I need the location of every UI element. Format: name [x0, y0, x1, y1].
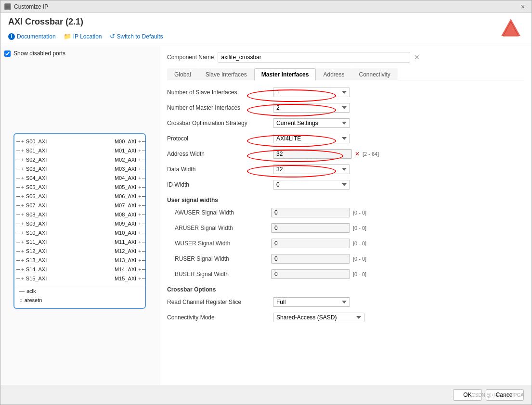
connectivity-mode-row: Connectivity Mode Shared-Access (SASD): [167, 311, 524, 324]
diagram-row-s14: +S14_AXI M14_AXI+: [17, 265, 145, 274]
tab-bar: Global Slave Interfaces Master Interface…: [167, 68, 524, 80]
buser-label: BUSER Signal Width: [175, 271, 271, 278]
ruser-input[interactable]: [271, 254, 350, 264]
data-width-row: Data Width 32: [167, 163, 524, 176]
diagram-row-s08: +S08_AXI M08_AXI+: [17, 210, 145, 219]
wuser-range: [0 - 0]: [353, 240, 366, 246]
crossbar-options-section: Crossbar Options Read Channel Register S…: [167, 286, 524, 324]
num-slave-row: Number of Slave Interfaces 1: [167, 86, 524, 99]
wuser-control: [0 - 0]: [271, 239, 366, 248]
ruser-row: RUSER Signal Width [0 - 0]: [167, 253, 524, 265]
read-channel-select[interactable]: Full: [273, 297, 350, 307]
buser-control: [0 - 0]: [271, 269, 366, 279]
documentation-button[interactable]: i Documentation: [8, 33, 56, 40]
component-name-input[interactable]: [218, 52, 410, 63]
num-slave-select[interactable]: 1: [273, 88, 350, 97]
awuser-input[interactable]: [271, 208, 350, 217]
show-disabled-checkbox-row: Show disabled ports: [4, 50, 155, 57]
diagram-row-s02: +S02_AXI M02_AXI+: [17, 155, 145, 165]
tab-connectivity[interactable]: Connectivity: [351, 68, 397, 80]
diagram-row-s01: +S01_AXI M01_AXI+: [17, 146, 145, 155]
connectivity-mode-select[interactable]: Shared-Access (SASD): [273, 313, 364, 322]
tab-slave-interfaces[interactable]: Slave Interfaces: [198, 68, 254, 80]
switch-defaults-label: Switch to Defaults: [117, 33, 163, 40]
read-channel-row: Read Channel Register Slice Full: [167, 296, 524, 308]
address-width-control: ✕ [2 - 64]: [273, 149, 379, 159]
address-width-clear[interactable]: ✕: [355, 151, 360, 157]
footer: OK Cancel: [0, 385, 532, 405]
switch-defaults-button[interactable]: ↺ Switch to Defaults: [110, 33, 163, 40]
show-disabled-checkbox[interactable]: [4, 51, 11, 57]
aruser-range: [0 - 0]: [353, 225, 366, 231]
diagram-row-s12: +S12_AXI M12_AXI+: [17, 247, 145, 256]
num-master-select[interactable]: 2: [273, 103, 350, 113]
aruser-control: [0 - 0]: [271, 223, 366, 233]
close-button[interactable]: ×: [518, 2, 528, 12]
diagram-row-s10: +S10_AXI M10_AXI+: [17, 228, 145, 238]
documentation-label: Documentation: [17, 33, 56, 40]
diagram-row-s05: +S05_AXI M05_AXI+: [17, 183, 145, 192]
diagram-box: +S00_AXI M00_AXI+ +S01_AXI M01_AXI+ +S02…: [13, 133, 146, 309]
svg-rect-0: [5, 4, 10, 9]
id-width-select[interactable]: 0: [273, 180, 350, 190]
user-signals-section: User signal widths AWUSER Signal Width […: [167, 197, 524, 280]
ruser-label: RUSER Signal Width: [175, 255, 271, 262]
aruser-row: ARUSER Signal Width [0 - 0]: [167, 222, 524, 234]
buser-input[interactable]: [271, 269, 350, 279]
connectivity-mode-control: Shared-Access (SASD): [273, 313, 364, 322]
connectivity-mode-label: Connectivity Mode: [167, 314, 273, 321]
num-master-row: Number of Master Interfaces 2: [167, 101, 524, 114]
refresh-icon: ↺: [110, 33, 115, 40]
read-channel-label: Read Channel Register Slice: [167, 299, 273, 305]
diagram-row-s15: +S15_AXI M15_AXI+: [17, 274, 145, 283]
num-master-label: Number of Master Interfaces: [167, 104, 273, 111]
app-icon: [4, 3, 11, 10]
read-channel-control: Full: [273, 297, 350, 307]
app-header: AXI Crossbar (2.1) i Documentation 📁 IP …: [0, 13, 532, 46]
wuser-input[interactable]: [271, 239, 350, 248]
buser-row: BUSER Signal Width [0 - 0]: [167, 268, 524, 280]
protocol-select[interactable]: AXI4LITE: [273, 134, 350, 143]
crossbar-options-header: Crossbar Options: [167, 286, 524, 293]
data-width-label: Data Width: [167, 166, 273, 173]
data-width-control: 32: [273, 165, 350, 174]
form-fields: Number of Slave Interfaces 1 Number of M…: [167, 86, 524, 191]
app-title: AXI Crossbar (2.1): [8, 17, 163, 27]
crossbar-opt-control: Current Settings: [273, 118, 350, 128]
watermark: CSDN @小灰灰的FPGA: [472, 392, 524, 399]
folder-icon: 📁: [64, 33, 71, 40]
window-title: Customize IP: [14, 3, 48, 10]
toolbar: i Documentation 📁 IP Location ↺ Switch t…: [8, 31, 163, 42]
crossbar-opt-select[interactable]: Current Settings: [273, 118, 350, 128]
ruser-control: [0 - 0]: [271, 254, 366, 264]
awuser-row: AWUSER Signal Width [0 - 0]: [167, 206, 524, 219]
crossbar-opt-label: Crossbar Optimization Strategy: [167, 120, 273, 127]
wuser-row: WUSER Signal Width [0 - 0]: [167, 237, 524, 250]
awuser-label: AWUSER Signal Width: [175, 209, 271, 216]
protocol-row: Protocol AXI4LITE: [167, 132, 524, 145]
num-slave-control: 1: [273, 88, 350, 97]
tab-address[interactable]: Address: [316, 68, 351, 80]
tab-master-interfaces[interactable]: Master Interfaces: [254, 68, 316, 80]
data-width-select[interactable]: 32: [273, 165, 350, 174]
tab-global[interactable]: Global: [167, 68, 198, 80]
wuser-label: WUSER Signal Width: [175, 240, 271, 247]
component-diagram: +S00_AXI M00_AXI+ +S01_AXI M01_AXI+ +S02…: [4, 61, 155, 381]
component-name-label: Component Name: [167, 54, 214, 61]
right-panel: Component Name ✕ Global Slave Interfaces…: [159, 46, 532, 385]
awuser-control: [0 - 0]: [271, 208, 366, 217]
diagram-row-s00: +S00_AXI M00_AXI+: [17, 137, 145, 146]
bottom-ports-section: —aclk ○aresetn: [17, 285, 145, 305]
ip-location-button[interactable]: 📁 IP Location: [64, 33, 102, 40]
diagram-row-aclk: —aclk: [17, 287, 145, 296]
num-slave-label: Number of Slave Interfaces: [167, 89, 273, 96]
aruser-input[interactable]: [271, 223, 350, 233]
address-width-input[interactable]: [273, 149, 352, 159]
address-width-row: Address Width ✕ [2 - 64]: [167, 148, 524, 160]
diagram-row-s09: +S09_AXI M09_AXI+: [17, 219, 145, 228]
address-width-label: Address Width: [167, 151, 273, 157]
component-name-clear-button[interactable]: ✕: [414, 53, 420, 61]
protocol-control: AXI4LITE: [273, 134, 350, 143]
diagram-row-aresetn: ○aresetn: [17, 296, 145, 305]
show-disabled-label: Show disabled ports: [13, 50, 65, 57]
